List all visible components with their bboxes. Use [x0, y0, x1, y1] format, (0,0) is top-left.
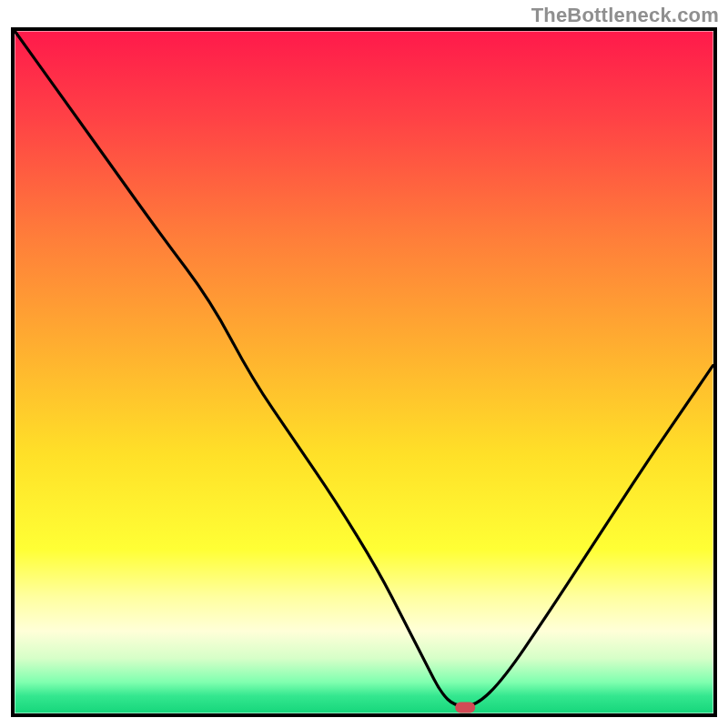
- gradient-background: [15, 32, 713, 713]
- bottleneck-chart: [11, 27, 717, 717]
- watermark-text: TheBottleneck.com: [531, 4, 719, 27]
- optimal-marker: [455, 703, 475, 713]
